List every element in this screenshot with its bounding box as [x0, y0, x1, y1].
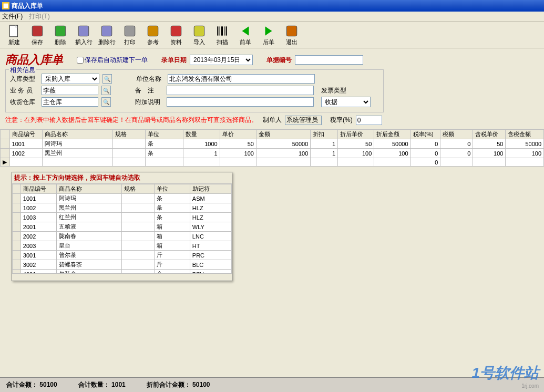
warehouse-input[interactable]	[42, 97, 98, 107]
cell-amount[interactable]	[256, 158, 310, 167]
popup-row[interactable]: 1002黑兰州条HLZ	[13, 203, 232, 213]
menu-print[interactable]: 打印(T)	[29, 12, 49, 21]
cell-tamount[interactable]	[506, 158, 544, 167]
cell-tax[interactable]: 0	[440, 149, 473, 158]
print-button[interactable]: 打印	[120, 24, 140, 47]
clerk-input[interactable]	[42, 86, 98, 95]
cell-discount[interactable]: 1	[311, 139, 338, 149]
intype-select[interactable]: 采购入库	[42, 74, 99, 84]
main-grid[interactable]: 商品编号商品名称规格单位数量单价金额折扣折后单价折后金额税率(%)税额含税单价含…	[0, 129, 544, 167]
table-row[interactable]: ▶0	[1, 158, 544, 167]
col-header[interactable]: 折扣	[311, 130, 338, 139]
cell-qty[interactable]: 1000	[183, 139, 220, 149]
cell-spec[interactable]	[113, 158, 146, 167]
cell-dprice[interactable]	[338, 158, 374, 167]
cell-name[interactable]	[42, 158, 112, 167]
col-header[interactable]: 数量	[183, 130, 220, 139]
cell-unit[interactable]: 条	[146, 149, 183, 158]
popup-row[interactable]: 1001阿诗玛条ASM	[13, 194, 232, 203]
cell-amount[interactable]: 100	[256, 149, 310, 158]
next-button[interactable]: 后单	[259, 24, 279, 47]
cell-damount[interactable]	[374, 158, 410, 167]
delete-row-button[interactable]: 删除行	[97, 24, 117, 47]
table-row[interactable]: 1001阿诗玛条1000505000015050000005050000	[1, 139, 544, 149]
popup-row[interactable]: 4001包装盒个BZH	[13, 270, 232, 274]
cell-spec[interactable]	[113, 149, 146, 158]
popup-col-header[interactable]: 商品编号	[20, 184, 56, 194]
cell-damount[interactable]: 100	[374, 149, 410, 158]
col-header[interactable]: 商品编号	[9, 130, 42, 139]
cell-unit[interactable]: 条	[146, 139, 183, 149]
menu-file[interactable]: 文件(F)	[2, 12, 23, 21]
col-header[interactable]: 规格	[113, 130, 146, 139]
col-header[interactable]: 含税金额	[506, 130, 544, 139]
cell-name[interactable]: 阿诗玛	[42, 139, 112, 149]
cell-discount[interactable]	[311, 158, 338, 167]
col-header[interactable]: 单位	[146, 130, 183, 139]
col-header[interactable]: 单价	[220, 130, 256, 139]
table-row[interactable]: 1002黑兰州条1100100110010000100100	[1, 149, 544, 158]
intype-lookup-icon[interactable]: 🔍	[102, 74, 112, 84]
addnote-input[interactable]	[167, 97, 314, 107]
cell-code[interactable]	[9, 158, 42, 167]
cell-price[interactable]: 50	[220, 139, 256, 149]
scan-button[interactable]: 扫描	[212, 24, 232, 47]
invoice-select[interactable]: 收据	[321, 97, 371, 107]
col-header[interactable]: 税率(%)	[410, 130, 440, 139]
auto-new-input[interactable]	[77, 57, 84, 64]
col-header[interactable]: 税额	[440, 130, 473, 139]
save-button[interactable]: 保存	[27, 24, 47, 47]
taxrate-input[interactable]	[356, 116, 382, 125]
auto-new-checkbox[interactable]: 保存后自动新建下一单	[77, 56, 148, 65]
popup-row[interactable]: 2001五粮液箱WLY	[13, 222, 232, 232]
cell-qty[interactable]: 1	[183, 149, 220, 158]
cell-tprice[interactable]: 50	[473, 139, 506, 149]
cell-tax[interactable]	[440, 158, 473, 167]
exit-button[interactable]: 退出	[282, 24, 302, 47]
cell-tprice[interactable]: 100	[473, 149, 506, 158]
popup-row[interactable]: 3001普尔茶斤PRC	[13, 251, 232, 260]
cell-unit[interactable]	[146, 158, 183, 167]
popup-row[interactable]: 2002陇南春箱LNC	[13, 232, 232, 241]
cell-dprice[interactable]: 50	[338, 139, 374, 149]
cell-tax[interactable]: 0	[440, 139, 473, 149]
cell-trate[interactable]: 0	[410, 149, 440, 158]
popup-row[interactable]: 1003红兰州条HLZ	[13, 213, 232, 222]
popup-row[interactable]: 3002碧螺春茶斤BLC	[13, 260, 232, 270]
cell-tamount[interactable]: 100	[506, 149, 544, 158]
popup-row[interactable]: 2003皇台箱HT	[13, 241, 232, 251]
cell-code[interactable]: 1001	[9, 139, 42, 149]
popup-hscroll[interactable]	[12, 273, 232, 281]
cell-name[interactable]: 黑兰州	[42, 149, 112, 158]
import-button[interactable]: 导入	[189, 24, 209, 47]
col-header[interactable]: 商品名称	[42, 130, 112, 139]
new-button[interactable]: 新建	[4, 24, 24, 47]
cell-trate[interactable]: 0	[410, 139, 440, 149]
cell-price[interactable]: 100	[220, 149, 256, 158]
product-lookup-popup[interactable]: 提示：按上下方向键选择，按回车键自动选取 商品编号商品名称规格单位助记符1001…	[12, 172, 232, 281]
cell-amount[interactable]: 50000	[256, 139, 310, 149]
cell-discount[interactable]: 1	[311, 149, 338, 158]
reference-button[interactable]: 参考	[143, 24, 163, 47]
date-select[interactable]: 2013年03月15日	[190, 55, 253, 65]
docno-input[interactable]	[295, 55, 363, 65]
cell-damount[interactable]: 50000	[374, 139, 410, 149]
col-header[interactable]: 含税单价	[473, 130, 506, 139]
popup-col-header[interactable]: 规格	[121, 184, 154, 194]
popup-col-header[interactable]: 单位	[155, 184, 190, 194]
cell-code[interactable]: 1002	[9, 149, 42, 158]
cell-qty[interactable]	[183, 158, 220, 167]
cell-price[interactable]	[220, 158, 256, 167]
warehouse-lookup-icon[interactable]: 🔍	[101, 97, 111, 107]
remark-input[interactable]	[167, 86, 314, 95]
cell-trate[interactable]: 0	[410, 158, 440, 167]
cell-tamount[interactable]: 50000	[506, 139, 544, 149]
cell-spec[interactable]	[113, 139, 146, 149]
insert-row-button[interactable]: 插入行	[74, 24, 94, 47]
cell-tprice[interactable]	[473, 158, 506, 167]
popup-col-header[interactable]: 助记符	[190, 184, 231, 194]
col-header[interactable]: 折后单价	[338, 130, 374, 139]
delete-button[interactable]: 删除	[50, 24, 70, 47]
col-header[interactable]: 折后金额	[374, 130, 410, 139]
unit-input[interactable]	[168, 74, 315, 84]
